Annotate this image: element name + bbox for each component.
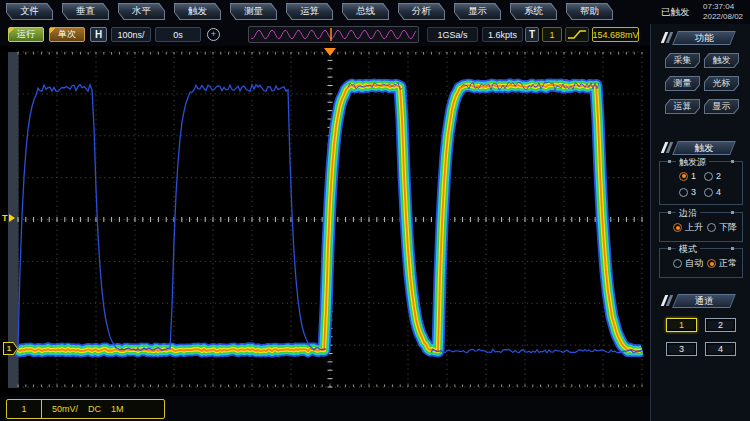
radio-dot-icon	[673, 259, 682, 268]
clock-time: 07:37:04	[703, 2, 743, 12]
channel-button-2[interactable]: 2	[705, 318, 736, 332]
menu-item-help[interactable]: 帮助	[566, 3, 613, 20]
radio-label: 自动	[685, 257, 703, 270]
group-label: 模式	[676, 243, 700, 256]
channel1-badge: 1	[7, 400, 42, 418]
radio-label: 上升	[685, 221, 703, 234]
function-button-math[interactable]: 运算	[665, 99, 700, 114]
scope-graticule	[0, 46, 650, 396]
radio-trigger-source-2[interactable]: 2	[704, 171, 721, 181]
menu-item-label: 运算	[287, 4, 332, 19]
slash-accent-icon	[663, 295, 673, 306]
waveform-preview[interactable]	[248, 26, 419, 43]
rising-slope-icon[interactable]	[565, 27, 589, 42]
function-button-display[interactable]: 显示	[704, 99, 739, 114]
section-tab-channel: 通道	[675, 294, 733, 308]
menu-item-trigger[interactable]: 触发	[174, 3, 221, 20]
horizontal-offset[interactable]: 0s	[155, 27, 201, 42]
channel1-scale: 50mV/	[52, 404, 78, 414]
radio-dot-icon	[707, 259, 716, 268]
zoom-in-icon[interactable]: +	[206, 27, 221, 42]
radio-edge-rising[interactable]: 上升	[673, 221, 703, 234]
function-button-label: 测量	[666, 77, 699, 90]
menu-item-label: 水平	[119, 4, 164, 19]
radio-dot-icon	[704, 188, 713, 197]
menu-item-analyze[interactable]: 分析	[398, 3, 445, 20]
menu-item-file[interactable]: 文件	[6, 3, 53, 20]
sidebar: 功能 采集 触发 测量 光标 运算 显示 触发 触发源 1 2 3 4	[650, 24, 750, 421]
radio-label: 4	[716, 187, 721, 197]
radio-label: 2	[716, 171, 721, 181]
menu-item-label: 分析	[399, 4, 444, 19]
preview-sine-icon	[249, 27, 418, 42]
menu-item-label: 触发	[175, 4, 220, 19]
menu-item-label: 帮助	[567, 4, 612, 19]
run-button[interactable]: 运行	[8, 27, 44, 42]
radio-dot-icon	[707, 223, 716, 232]
slash-accent-icon	[663, 32, 673, 43]
menu-item-label: 系统	[511, 4, 556, 19]
corner-dot-icon	[668, 247, 671, 250]
trigger-level-marker[interactable]: T	[2, 213, 15, 223]
channel-button-3[interactable]: 3	[666, 342, 697, 356]
channel-button-4[interactable]: 4	[705, 342, 736, 356]
radio-dot-icon	[673, 223, 682, 232]
menu-item-bus[interactable]: 总线	[342, 3, 389, 20]
function-button-trigger[interactable]: 触发	[704, 53, 739, 68]
trigger-source-badge[interactable]: 1	[542, 27, 562, 42]
radio-edge-falling[interactable]: 下降	[707, 221, 737, 234]
radio-mode-normal[interactable]: 正常	[707, 257, 737, 270]
radio-dot-icon	[704, 172, 713, 181]
trigger-status: 已触发	[661, 6, 690, 19]
function-button-acquire[interactable]: 采集	[665, 53, 700, 68]
menu-item-system[interactable]: 系统	[510, 3, 557, 20]
trigger-badge: T	[525, 27, 539, 42]
channel-button-1[interactable]: 1	[666, 318, 697, 332]
section-tab-function: 功能	[675, 31, 733, 45]
channel1-impedance: 1M	[111, 404, 124, 414]
group-label: 边沿	[676, 207, 700, 220]
menu-bar: 文件 垂直 水平 触发 测量 运算 总线 分析 显示 系统 帮助 已触发 07:…	[0, 0, 750, 25]
radio-trigger-source-3[interactable]: 3	[679, 187, 696, 197]
function-button-cursor[interactable]: 光标	[704, 76, 739, 91]
slope-glyph	[567, 28, 587, 41]
radio-label: 正常	[719, 257, 737, 270]
trigger-source-group: 触发源	[659, 161, 743, 205]
corner-dot-icon	[731, 160, 734, 163]
function-button-label: 光标	[705, 77, 738, 90]
radio-dot-icon	[679, 188, 688, 197]
trigger-level-arrow-icon	[9, 214, 15, 222]
menu-item-horizontal[interactable]: 水平	[118, 3, 165, 20]
menu-item-label: 测量	[231, 4, 276, 19]
clock-date: 2022/08/02	[703, 12, 743, 22]
radio-label: 1	[691, 171, 696, 181]
radio-trigger-source-4[interactable]: 4	[704, 187, 721, 197]
radio-mode-auto[interactable]: 自动	[673, 257, 703, 270]
section-title: 功能	[695, 32, 714, 43]
menu-item-label: 总线	[343, 4, 388, 19]
trigger-position-marker-icon[interactable]	[324, 48, 336, 56]
menu-item-display[interactable]: 显示	[454, 3, 501, 20]
menu-item-vertical[interactable]: 垂直	[62, 3, 109, 20]
waveform-display: T 1	[0, 46, 650, 396]
menu-item-math[interactable]: 运算	[286, 3, 333, 20]
single-button[interactable]: 单次	[49, 27, 85, 42]
radio-label: 3	[691, 187, 696, 197]
function-button-measure[interactable]: 测量	[665, 76, 700, 91]
memory-depth-value: 1.6kpts	[482, 27, 523, 42]
menu-item-measure[interactable]: 测量	[230, 3, 277, 20]
toolbar: 运行 单次 H 100ns/ 0s + 1GSa/s 1.6kpts T 1 1…	[0, 24, 650, 47]
section-tab-trigger: 触发	[675, 141, 733, 155]
zoom-glyph: +	[207, 28, 220, 41]
section-title: 触发	[695, 142, 714, 153]
function-button-label: 运算	[666, 100, 699, 113]
sample-rate-value: 1GSa/s	[427, 27, 478, 42]
bottom-bar: 1 50mV/ DC 1M	[0, 396, 650, 421]
trigger-level-value[interactable]: 154.688mV	[592, 27, 639, 42]
timebase-value[interactable]: 100ns/	[111, 27, 151, 42]
channel1-info-box[interactable]: 1 50mV/ DC 1M	[6, 399, 165, 419]
menu-item-label: 显示	[455, 4, 500, 19]
group-label: 触发源	[676, 156, 709, 169]
corner-dot-icon	[668, 211, 671, 214]
radio-trigger-source-1[interactable]: 1	[679, 171, 696, 181]
